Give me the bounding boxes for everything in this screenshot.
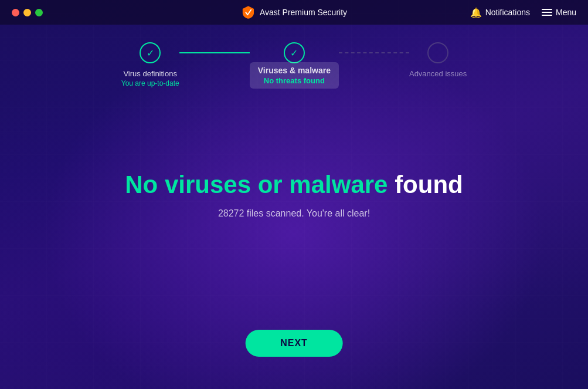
step-3-label: Advanced issues: [409, 69, 467, 78]
cta-section: NEXT: [245, 330, 343, 357]
scan-stepper: ✓ Virus definitions You are up-to-date ✓…: [121, 42, 467, 89]
app-header: Avast Premium Security: [241, 5, 347, 19]
connector-1: [179, 52, 250, 53]
step-2-subtitle: No threats found: [258, 76, 331, 85]
check-icon-2: ✓: [290, 48, 298, 59]
hero-section: No viruses or malware found 28272 files …: [125, 171, 463, 219]
step-3-title: Advanced issues: [409, 69, 467, 78]
step-virus-definitions: ✓ Virus definitions You are up-to-date: [121, 42, 179, 87]
maximize-button[interactable]: [35, 9, 43, 16]
hero-subtitle: 28272 files scanned. You're all clear!: [218, 208, 370, 219]
step-1-subtitle: You are up-to-date: [121, 79, 179, 87]
app-title: Avast Premium Security: [260, 8, 347, 17]
bell-icon: 🔔: [470, 7, 482, 18]
main-content: ✓ Virus definitions You are up-to-date ✓…: [0, 25, 588, 219]
step-2-circle: ✓: [284, 42, 305, 63]
step-2-title: Viruses & malware: [258, 66, 331, 75]
connector-2: [339, 52, 409, 53]
step-1-title: Virus definitions: [121, 69, 179, 78]
step-3-circle: [427, 42, 448, 63]
step-viruses-malware: ✓ Viruses & malware No threats found: [250, 42, 339, 89]
hero-title: No viruses or malware found: [125, 171, 463, 199]
close-button[interactable]: [12, 9, 19, 16]
notifications-label: Notifications: [485, 8, 530, 17]
menu-label: Menu: [556, 8, 576, 17]
window-controls: [12, 9, 43, 16]
step-advanced-issues: Advanced issues: [409, 42, 467, 78]
step-1-label: Virus definitions You are up-to-date: [121, 69, 179, 87]
notifications-button[interactable]: 🔔 Notifications: [470, 7, 530, 18]
titlebar-actions: 🔔 Notifications Menu: [470, 7, 576, 18]
menu-button[interactable]: Menu: [542, 8, 576, 17]
titlebar: Avast Premium Security 🔔 Notifications M…: [0, 0, 588, 25]
next-button[interactable]: NEXT: [245, 330, 343, 357]
hero-title-found: found: [395, 171, 463, 198]
avast-logo-icon: [241, 5, 255, 19]
step-2-label: Viruses & malware No threats found: [250, 62, 339, 89]
hero-title-green: No viruses or malware: [125, 171, 388, 198]
step-1-circle: ✓: [140, 42, 161, 63]
minimize-button[interactable]: [23, 9, 31, 16]
check-icon: ✓: [147, 48, 154, 59]
hamburger-icon: [542, 9, 552, 16]
traffic-lights: [12, 9, 43, 16]
